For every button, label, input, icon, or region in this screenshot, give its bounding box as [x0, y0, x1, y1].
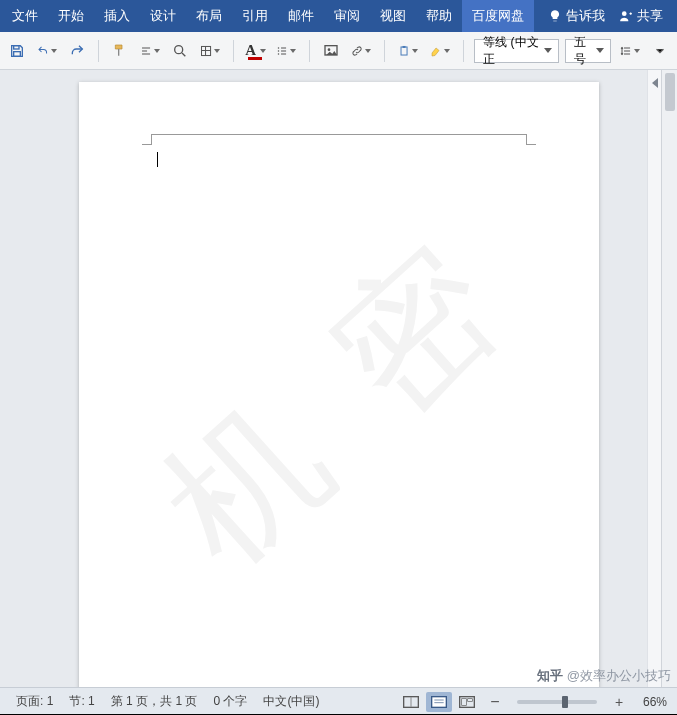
svg-rect-15	[462, 698, 467, 705]
status-section[interactable]: 节: 1	[61, 693, 102, 710]
status-bar: 页面: 1 节: 1 第 1 页，共 1 页 0 个字 中文(中国) − + 6…	[0, 687, 677, 715]
lightbulb-icon	[548, 9, 562, 23]
font-family-select[interactable]: 等线 (中文正	[474, 39, 559, 63]
font-color-button[interactable]: A	[244, 38, 267, 64]
menu-help[interactable]: 帮助	[416, 0, 462, 32]
svg-point-3	[175, 45, 183, 53]
svg-point-9	[328, 48, 331, 51]
align-button[interactable]	[137, 38, 163, 64]
chevron-down-icon	[444, 49, 450, 53]
separator	[463, 40, 464, 62]
chevron-down-icon	[290, 49, 296, 53]
menu-insert[interactable]: 插入	[94, 0, 140, 32]
svg-rect-16	[468, 698, 473, 701]
menu-design[interactable]: 设计	[140, 0, 186, 32]
list-button[interactable]	[273, 38, 299, 64]
menu-baidu-drive[interactable]: 百度网盘	[462, 0, 534, 32]
menu-file[interactable]: 文件	[2, 0, 48, 32]
scrollbar-thumb[interactable]	[665, 73, 675, 111]
share-button[interactable]: 共享	[619, 7, 663, 25]
status-page-of[interactable]: 第 1 页，共 1 页	[103, 693, 206, 710]
zoom-in-button[interactable]: +	[606, 692, 632, 712]
line-spacing-button[interactable]	[617, 38, 643, 64]
watermark-text: 机 密	[123, 194, 554, 610]
zoom-value[interactable]: 66%	[633, 695, 669, 709]
chevron-down-icon	[596, 48, 604, 53]
menu-mailings[interactable]: 邮件	[278, 0, 324, 32]
clipboard-button[interactable]	[395, 38, 421, 64]
font-family-value: 等线 (中文正	[483, 34, 544, 68]
tell-me-search[interactable]: 告诉我	[548, 7, 605, 25]
menu-layout[interactable]: 布局	[186, 0, 232, 32]
chevron-down-icon	[51, 49, 57, 53]
font-size-value: 五号	[574, 34, 596, 68]
font-color-indicator	[248, 57, 262, 60]
svg-point-5	[278, 47, 280, 49]
separator	[233, 40, 234, 62]
table-button[interactable]	[197, 38, 223, 64]
svg-rect-1	[14, 45, 19, 48]
undo-button[interactable]	[34, 38, 60, 64]
view-print-layout[interactable]	[426, 692, 452, 712]
vertical-scrollbar[interactable]	[661, 70, 677, 687]
document-page[interactable]: 机 密	[79, 82, 599, 715]
chevron-left-icon	[652, 78, 658, 88]
svg-rect-11	[403, 45, 406, 47]
chevron-down-icon	[412, 49, 418, 53]
insert-image-button[interactable]	[320, 38, 342, 64]
svg-rect-2	[14, 51, 21, 56]
chevron-down-icon	[214, 49, 220, 53]
find-button[interactable]	[169, 38, 191, 64]
person-share-icon	[619, 9, 633, 23]
format-painter-button[interactable]	[109, 38, 131, 64]
chevron-down-icon	[544, 48, 552, 53]
redo-button[interactable]	[66, 38, 88, 64]
font-size-select[interactable]: 五号	[565, 39, 611, 63]
chevron-down-icon	[365, 49, 371, 53]
tell-me-label: 告诉我	[566, 7, 605, 25]
menu-home[interactable]: 开始	[48, 0, 94, 32]
chevron-down-icon	[260, 49, 266, 53]
save-button[interactable]	[6, 38, 28, 64]
svg-point-0	[622, 11, 627, 16]
document-area: 机 密	[0, 70, 677, 687]
menu-bar-tabs: 文件 开始 插入 设计 布局 引用 邮件 审阅 视图 帮助 百度网盘	[2, 0, 534, 32]
more-button[interactable]	[649, 38, 671, 64]
zoom-slider[interactable]	[517, 700, 597, 704]
menu-view[interactable]: 视图	[370, 0, 416, 32]
view-read-mode[interactable]	[398, 692, 424, 712]
separator	[309, 40, 310, 62]
svg-rect-10	[401, 46, 407, 54]
side-panel-toggle[interactable]	[647, 70, 661, 687]
view-web-layout[interactable]	[454, 692, 480, 712]
chevron-down-icon	[634, 49, 640, 53]
header-boundary	[151, 134, 527, 144]
chevron-down-icon	[154, 49, 160, 53]
separator	[98, 40, 99, 62]
share-label: 共享	[637, 7, 663, 25]
zoom-out-button[interactable]: −	[482, 692, 508, 712]
status-language[interactable]: 中文(中国)	[255, 693, 327, 710]
highlight-button[interactable]	[427, 38, 453, 64]
svg-point-6	[278, 50, 280, 52]
separator	[384, 40, 385, 62]
quick-toolbar: A 等线 (中文正 五号	[0, 32, 677, 70]
menu-bar: 文件 开始 插入 设计 布局 引用 邮件 审阅 视图 帮助 百度网盘 告诉我 共…	[0, 0, 677, 32]
link-button[interactable]	[348, 38, 374, 64]
status-page[interactable]: 页面: 1	[8, 693, 61, 710]
menu-review[interactable]: 审阅	[324, 0, 370, 32]
svg-point-7	[278, 53, 280, 55]
svg-rect-13	[432, 696, 447, 707]
menu-references[interactable]: 引用	[232, 0, 278, 32]
zoom-slider-knob[interactable]	[562, 696, 568, 708]
text-cursor	[157, 152, 158, 167]
status-word-count[interactable]: 0 个字	[205, 693, 255, 710]
